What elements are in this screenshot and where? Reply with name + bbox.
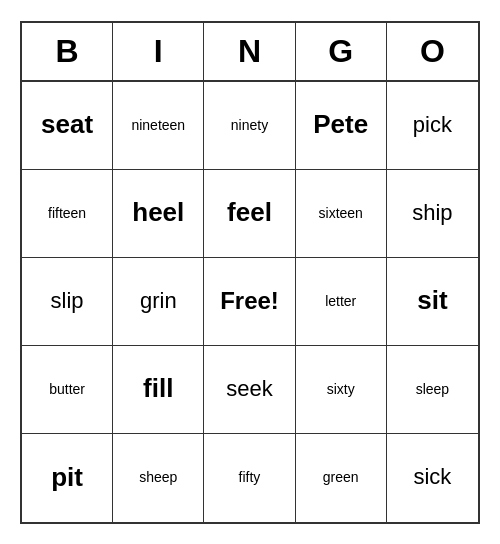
bingo-cell-8: sixteen xyxy=(296,170,387,258)
bingo-cell-2: ninety xyxy=(204,82,295,170)
header-letter-g: G xyxy=(296,23,387,80)
bingo-cell-14: sit xyxy=(387,258,478,346)
cell-text-21: sheep xyxy=(139,469,177,486)
cell-text-22: fifty xyxy=(239,469,261,486)
cell-text-14: sit xyxy=(417,285,447,316)
bingo-cell-7: feel xyxy=(204,170,295,258)
cell-text-18: sixty xyxy=(327,381,355,398)
cell-text-19: sleep xyxy=(416,381,449,398)
bingo-cell-5: fifteen xyxy=(22,170,113,258)
bingo-cell-12: Free! xyxy=(204,258,295,346)
bingo-cell-24: sick xyxy=(387,434,478,522)
bingo-cell-9: ship xyxy=(387,170,478,258)
cell-text-20: pit xyxy=(51,462,83,493)
bingo-cell-19: sleep xyxy=(387,346,478,434)
cell-text-4: pick xyxy=(413,112,452,138)
bingo-card: BINGO seatnineteenninetyPetepickfifteenh… xyxy=(20,21,480,524)
cell-text-10: slip xyxy=(51,288,84,314)
cell-text-15: butter xyxy=(49,381,85,398)
cell-text-24: sick xyxy=(413,464,451,490)
bingo-grid: seatnineteenninetyPetepickfifteenheelfee… xyxy=(22,82,478,522)
header-letter-i: I xyxy=(113,23,204,80)
cell-text-8: sixteen xyxy=(319,205,363,222)
bingo-header: BINGO xyxy=(22,23,478,82)
bingo-cell-3: Pete xyxy=(296,82,387,170)
cell-text-17: seek xyxy=(226,376,272,402)
bingo-cell-11: grin xyxy=(113,258,204,346)
bingo-cell-23: green xyxy=(296,434,387,522)
bingo-cell-0: seat xyxy=(22,82,113,170)
bingo-cell-15: butter xyxy=(22,346,113,434)
cell-text-13: letter xyxy=(325,293,356,310)
cell-text-16: fill xyxy=(143,373,173,404)
bingo-cell-21: sheep xyxy=(113,434,204,522)
cell-text-5: fifteen xyxy=(48,205,86,222)
header-letter-b: B xyxy=(22,23,113,80)
cell-text-2: ninety xyxy=(231,117,268,134)
cell-text-11: grin xyxy=(140,288,177,314)
bingo-cell-22: fifty xyxy=(204,434,295,522)
bingo-cell-10: slip xyxy=(22,258,113,346)
cell-text-0: seat xyxy=(41,109,93,140)
header-letter-n: N xyxy=(204,23,295,80)
cell-text-6: heel xyxy=(132,197,184,228)
cell-text-23: green xyxy=(323,469,359,486)
bingo-cell-6: heel xyxy=(113,170,204,258)
cell-text-9: ship xyxy=(412,200,452,226)
bingo-cell-1: nineteen xyxy=(113,82,204,170)
bingo-cell-17: seek xyxy=(204,346,295,434)
bingo-cell-20: pit xyxy=(22,434,113,522)
cell-text-7: feel xyxy=(227,197,272,228)
bingo-cell-18: sixty xyxy=(296,346,387,434)
cell-text-1: nineteen xyxy=(131,117,185,134)
bingo-cell-4: pick xyxy=(387,82,478,170)
header-letter-o: O xyxy=(387,23,478,80)
bingo-cell-13: letter xyxy=(296,258,387,346)
cell-text-3: Pete xyxy=(313,109,368,140)
cell-text-12: Free! xyxy=(220,287,279,316)
bingo-cell-16: fill xyxy=(113,346,204,434)
